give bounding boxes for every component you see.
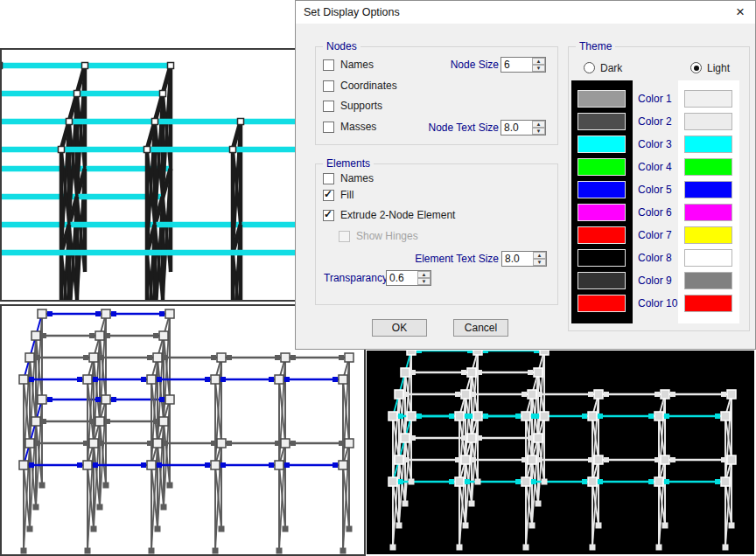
ok-button[interactable]: OK [372, 319, 427, 337]
radio-light-circle-icon[interactable] [690, 62, 702, 73]
color-label-color-3: Color 3 [638, 136, 672, 153]
checkbox-label: Show Hinges [356, 230, 418, 242]
dialog-title: Set Display Options [304, 6, 400, 18]
node-text-size-spinner[interactable]: 8.0 ▲▼ [500, 120, 546, 136]
color-label-color-5: Color 5 [638, 181, 672, 198]
color-label-color-8: Color 8 [638, 249, 672, 267]
light-swatch-color-6[interactable] [684, 204, 732, 221]
dark-swatch-color-1[interactable] [578, 90, 626, 108]
color-label-color-10: Color 10 [638, 295, 677, 312]
checkbox-label: Names [340, 59, 374, 71]
checkbox-box-icon[interactable] [323, 59, 334, 71]
radio-dark[interactable]: Dark [584, 61, 622, 74]
light-swatch-color-3[interactable] [684, 136, 732, 153]
transparency-spinner[interactable]: 0.6 ▲▼ [386, 270, 431, 286]
theme-group: Theme Dark Light Color 1Color 2Color 3Co… [568, 46, 750, 331]
color-label-color-9: Color 9 [638, 272, 672, 289]
checkbox-box-icon[interactable] [323, 122, 334, 133]
transparency-value[interactable]: 0.6 [387, 271, 417, 285]
light-swatch-color-7[interactable] [684, 226, 732, 244]
color-label-color-4: Color 4 [638, 158, 672, 176]
light-theme-color-panel [678, 80, 739, 323]
frame-model-drawing [2, 50, 297, 300]
radio-light-label: Light [707, 62, 730, 74]
nodes-group-label: Nodes [323, 40, 360, 53]
color-label-color-6: Color 6 [638, 204, 672, 221]
light-swatch-color-9[interactable] [684, 272, 732, 289]
dark-swatch-color-8[interactable] [578, 249, 626, 267]
checkbox-label: Extrude 2-Node Element [340, 209, 455, 221]
checkbox-box-icon[interactable] [323, 80, 334, 92]
checkbox-label: Names [340, 172, 374, 184]
dark-swatch-color-3[interactable] [578, 136, 626, 153]
color-label-color-7: Color 7 [638, 226, 672, 244]
color-label-color-1: Color 1 [638, 90, 672, 108]
node-size-spinner[interactable]: 6 ▲▼ [500, 57, 546, 73]
checkbox-label: Coordinates [340, 80, 397, 92]
node-text-size-value[interactable]: 8.0 [501, 121, 532, 135]
node-size-up-icon[interactable]: ▲ [532, 58, 545, 65]
dark-swatch-color-5[interactable] [578, 181, 626, 198]
dark-swatch-color-6[interactable] [578, 204, 626, 221]
element-text-size-down-icon[interactable]: ▼ [533, 259, 546, 266]
set-display-options-dialog: Set Display Options × Nodes Node Size 6 … [295, 0, 756, 350]
checkbox-fill[interactable]: Fill [323, 188, 354, 202]
node-size-label: Node Size [403, 59, 499, 71]
element-text-size-up-icon[interactable]: ▲ [533, 252, 546, 259]
cancel-button[interactable]: Cancel [453, 319, 508, 337]
checkbox-coordinates[interactable]: Coordinates [323, 79, 397, 93]
app-window: Set Display Options × Nodes Node Size 6 … [0, 0, 756, 556]
checkbox-label: Supports [340, 100, 382, 112]
checkbox-masses[interactable]: Masses [323, 120, 376, 134]
elements-group-label: Elements [323, 157, 374, 170]
node-size-down-icon[interactable]: ▼ [532, 65, 545, 72]
light-swatch-color-1[interactable] [684, 90, 732, 108]
element-text-size-label: Element Text Size [368, 253, 499, 265]
checkbox-extrude-2-node-element[interactable]: Extrude 2-Node Element [323, 208, 455, 222]
checkbox-show-hinges: Show Hinges [339, 229, 418, 243]
checkbox-box-icon[interactable] [323, 210, 334, 221]
transparency-label: Transparancy [324, 272, 388, 284]
transparency-up-icon[interactable]: ▲ [417, 271, 430, 278]
dark-swatch-color-4[interactable] [578, 158, 626, 176]
dark-swatch-color-9[interactable] [578, 272, 626, 289]
radio-light[interactable]: Light [690, 61, 730, 74]
dark-swatch-color-10[interactable] [578, 295, 626, 312]
close-icon[interactable]: × [731, 3, 750, 22]
checkbox-box-icon [339, 231, 350, 242]
checkbox-names[interactable]: Names [323, 171, 374, 185]
elements-group: Elements Element Text Size 8.0 ▲▼ Transp… [315, 163, 558, 305]
node-size-value[interactable]: 6 [501, 58, 532, 72]
checkbox-box-icon[interactable] [323, 190, 334, 201]
dark-swatch-color-2[interactable] [578, 113, 626, 130]
dialog-titlebar[interactable]: Set Display Options × [296, 1, 755, 24]
transparency-down-icon[interactable]: ▼ [417, 278, 430, 285]
theme-group-label: Theme [576, 40, 615, 53]
checkbox-label: Masses [340, 121, 376, 133]
element-text-size-spinner[interactable]: 8.0 ▲▼ [501, 251, 547, 267]
checkbox-names[interactable]: Names [323, 58, 374, 72]
checkbox-supports[interactable]: Supports [323, 99, 382, 113]
element-text-size-value[interactable]: 8.0 [502, 252, 533, 266]
checkbox-label: Fill [340, 189, 354, 201]
checkbox-box-icon[interactable] [323, 173, 334, 184]
light-swatch-color-10[interactable] [684, 295, 732, 312]
frame-model-drawing [367, 351, 754, 554]
nodes-group: Nodes Node Size 6 ▲▼ Node Text Size 8.0 … [315, 46, 558, 145]
checkbox-box-icon[interactable] [323, 101, 334, 112]
dark-theme-color-panel [571, 80, 633, 323]
color-label-color-2: Color 2 [638, 113, 672, 130]
light-swatch-color-8[interactable] [684, 249, 732, 267]
radio-dark-circle-icon[interactable] [584, 62, 595, 73]
node-text-size-down-icon[interactable]: ▼ [532, 128, 545, 135]
dark-swatch-color-7[interactable] [578, 226, 626, 244]
node-text-size-label: Node Text Size [386, 122, 499, 134]
viewport-extruded-light[interactable] [0, 48, 298, 302]
light-swatch-color-5[interactable] [684, 181, 732, 198]
radio-dark-label: Dark [600, 62, 622, 74]
viewport-wireframe-dark[interactable] [367, 351, 754, 554]
light-swatch-color-2[interactable] [684, 113, 732, 130]
light-swatch-color-4[interactable] [684, 158, 732, 176]
node-text-size-up-icon[interactable]: ▲ [532, 121, 545, 128]
